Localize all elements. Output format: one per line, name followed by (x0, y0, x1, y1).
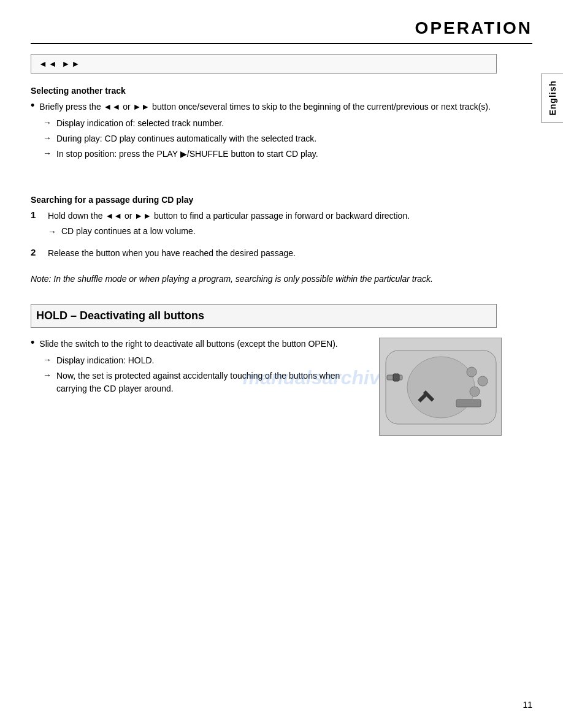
searching-step1-arrow: → CD play continues at a low volume. (48, 225, 502, 238)
button-bar: ◄◄ ►► (31, 54, 497, 74)
selecting-track-bullet-text: Briefly press the ◄◄ or ►► button once/s… (39, 100, 502, 113)
step2-text: Release the button when you have reached… (48, 247, 502, 260)
hold-arrow-icon-2: → (43, 370, 52, 380)
arrow-icon-s1: → (48, 226, 56, 238)
hold-arrow2: → Now, the set is protected against acci… (43, 370, 367, 395)
svg-point-5 (470, 387, 480, 396)
page-number: 11 (523, 700, 532, 710)
nav-button-icons: ◄◄ ►► (39, 59, 81, 69)
searching-header: Searching for a passage during CD play (31, 195, 502, 205)
searching-section: Searching for a passage during CD play 1… (31, 195, 502, 260)
hold-header: HOLD – Deactivating all buttons (36, 309, 204, 322)
hold-section: HOLD – Deactivating all buttons • Slide … (31, 304, 502, 436)
step1-number: 1 (31, 210, 40, 220)
hold-arrow-icon-1: → (43, 355, 52, 365)
step1-content: Hold down the ◄◄ or ►► button to find a … (48, 210, 502, 241)
selecting-track-section: Selecting another track • Briefly press … (31, 86, 502, 161)
page-title: OPERATION (31, 18, 532, 44)
searching-step1-arrow-text: CD play continues at a low volume. (61, 225, 502, 238)
arrow-icon-2: → (43, 133, 52, 143)
searching-step1: 1 Hold down the ◄◄ or ►► button to find … (31, 210, 502, 241)
arrow-icon-3: → (43, 148, 52, 158)
cd-player-diagram (379, 338, 502, 436)
hold-bullet-dot: • (31, 336, 34, 349)
svg-rect-9 (393, 374, 399, 381)
hold-arrow2-text: Now, the set is protected against accide… (56, 370, 367, 395)
english-tab-label: English (548, 80, 557, 116)
hold-arrow1: → Display indication: HOLD. (43, 354, 367, 367)
svg-point-2 (407, 357, 475, 418)
hold-arrow1-text: Display indication: HOLD. (56, 354, 367, 367)
step1-text: Hold down the ◄◄ or ►► button to find a … (48, 211, 410, 221)
step2-number: 2 (31, 247, 40, 257)
hold-text-col: • Slide the switch to the right to deact… (31, 338, 367, 398)
english-tab: English (541, 74, 563, 123)
selecting-track-arrow3: → In stop position: press the PLAY ▶/SHU… (43, 148, 502, 161)
hold-header-wrapper: HOLD – Deactivating all buttons (31, 304, 497, 328)
bullet-dot: • (31, 99, 34, 112)
hold-bullet-text: Slide the switch to the right to deactiv… (39, 338, 367, 351)
main-content: Selecting another track • Briefly press … (31, 86, 532, 436)
hold-bullet-item: • Slide the switch to the right to deact… (31, 338, 367, 351)
svg-point-4 (478, 376, 488, 386)
hold-content-row: • Slide the switch to the right to deact… (31, 338, 502, 436)
selecting-track-arrow1-text: Display indication of: selected track nu… (56, 117, 502, 130)
note-section: Note: In the shuffle mode or when playin… (31, 272, 502, 286)
svg-rect-6 (456, 400, 481, 407)
searching-step2: 2 Release the button when you have reach… (31, 247, 502, 260)
selecting-track-arrow2: → During play: CD play continues automat… (43, 132, 502, 145)
selecting-track-arrow2-text: During play: CD play continues automatic… (56, 132, 502, 145)
svg-point-3 (467, 367, 477, 377)
arrow-icon-1: → (43, 118, 52, 127)
selecting-track-bullet: • Briefly press the ◄◄ or ►► button once… (31, 100, 502, 113)
selecting-track-arrow1: → Display indication of: selected track … (43, 117, 502, 130)
selecting-track-header: Selecting another track (31, 86, 502, 96)
note-text: Note: In the shuffle mode or when playin… (31, 274, 433, 284)
selecting-track-arrow3-text: In stop position: press the PLAY ▶/SHUFF… (56, 148, 502, 161)
